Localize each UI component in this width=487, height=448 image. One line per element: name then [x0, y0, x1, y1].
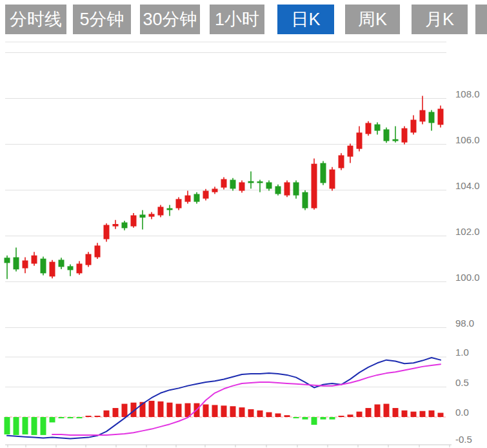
candlestick: [221, 179, 227, 187]
macd-bar: [366, 408, 372, 417]
macd-bar: [339, 416, 344, 417]
tab-minute-line[interactable]: 分时线: [5, 5, 66, 34]
macd-bar: [330, 417, 335, 420]
candlestick: [230, 180, 236, 189]
macd-bar: [32, 417, 37, 435]
candlestick: [239, 182, 245, 190]
macd-bar: [104, 411, 110, 417]
candlestick: [275, 186, 281, 194]
candlestick: [321, 163, 326, 183]
macd-axis-label: 0.0: [455, 407, 469, 418]
macd-bar: [257, 411, 263, 417]
tab-1hour[interactable]: 1小时: [210, 5, 264, 34]
macd-bar: [185, 403, 191, 417]
macd-bar: [357, 412, 363, 417]
macd-bar: [14, 417, 19, 435]
candlestick: [420, 110, 426, 122]
macd-bar: [113, 408, 119, 417]
candlestick: [330, 170, 335, 189]
candlestick: [95, 245, 101, 257]
price-axis-label: 102.0: [455, 226, 480, 237]
macd-bar: [248, 409, 254, 417]
kline-widget: { "toolbar": { "tabs": [ {"label": "分时线"…: [0, 0, 487, 448]
macd-dif-line: [7, 358, 441, 439]
price-axis-label: 106.0: [455, 134, 480, 145]
macd-bar: [402, 411, 408, 417]
candlestick: [203, 191, 209, 199]
candlestick: [158, 207, 164, 215]
candlestick: [77, 263, 83, 273]
macd-bar: [77, 417, 83, 418]
macd-bar: [230, 406, 236, 417]
candlestick: [14, 258, 19, 270]
candlestick: [293, 182, 299, 195]
candlestick: [176, 199, 182, 208]
candlestick: [384, 129, 390, 141]
macd-bar: [321, 417, 326, 420]
candlestick: [312, 164, 317, 209]
candlestick: [266, 182, 272, 188]
candlestick: [438, 108, 444, 125]
candlestick: [113, 224, 119, 227]
tab-30min[interactable]: 30分钟: [140, 5, 200, 34]
candlestick: [366, 123, 372, 134]
candlestick: [257, 181, 263, 183]
macd-bar: [393, 408, 399, 417]
candlestick: [339, 156, 344, 168]
macd-bar: [293, 417, 299, 418]
candlestick: [411, 120, 417, 133]
tab-monthly-k[interactable]: 月K: [412, 5, 468, 34]
macd-bar: [284, 415, 290, 417]
candlestick: [5, 258, 10, 263]
macd-bar: [429, 411, 435, 417]
macd-bar: [266, 412, 272, 417]
kline-chart: 108.0106.0104.0102.0100.098.01.00.50.0-0…: [0, 0, 487, 448]
macd-bar: [59, 417, 65, 418]
candlestick: [41, 259, 46, 274]
candlestick: [59, 260, 65, 267]
macd-bar: [86, 416, 92, 417]
macd-axis-label: 1.0: [455, 347, 469, 358]
macd-bar: [438, 412, 444, 417]
candlestick: [303, 192, 308, 209]
candlestick: [393, 139, 399, 141]
tab-weekly-k[interactable]: 周K: [345, 5, 400, 34]
macd-bar: [239, 407, 245, 417]
macd-bar: [203, 404, 209, 417]
macd-bar: [23, 417, 28, 434]
macd-bar: [158, 402, 164, 417]
macd-bar: [149, 401, 155, 417]
macd-bar: [176, 404, 182, 417]
macd-bar: [348, 414, 353, 417]
macd-axis-label: 0.5: [455, 377, 469, 388]
candlestick: [357, 132, 363, 148]
macd-bar: [275, 413, 281, 417]
macd-bar: [212, 405, 218, 417]
candlestick: [122, 223, 128, 229]
macd-bar: [95, 416, 101, 417]
candlestick: [402, 128, 408, 143]
macd-axis-label: -0.5: [455, 434, 472, 445]
tab-daily-k[interactable]: 日K: [277, 5, 334, 34]
candlestick: [86, 254, 92, 265]
candlestick: [140, 214, 146, 218]
price-axis-label: 104.0: [455, 180, 480, 191]
candlestick: [32, 256, 37, 264]
tab-5min[interactable]: 5分钟: [73, 5, 131, 34]
candlestick: [194, 194, 200, 202]
candlestick: [23, 260, 28, 268]
price-axis-label: 108.0: [455, 88, 480, 99]
candlestick: [284, 182, 290, 195]
chart-period-toolbar: 分时线5分钟30分钟1小时日K周K月K: [0, 0, 487, 39]
macd-bar: [375, 404, 381, 417]
candlestick: [167, 209, 173, 210]
candlestick: [104, 225, 110, 239]
macd-bar: [167, 403, 173, 417]
macd-bar: [221, 405, 227, 417]
macd-dea-line: [52, 364, 441, 435]
candlestick: [50, 262, 55, 277]
tab-partial[interactable]: [475, 5, 487, 34]
candlestick: [375, 125, 381, 131]
macd-bar: [303, 417, 308, 420]
candlestick: [429, 112, 435, 123]
